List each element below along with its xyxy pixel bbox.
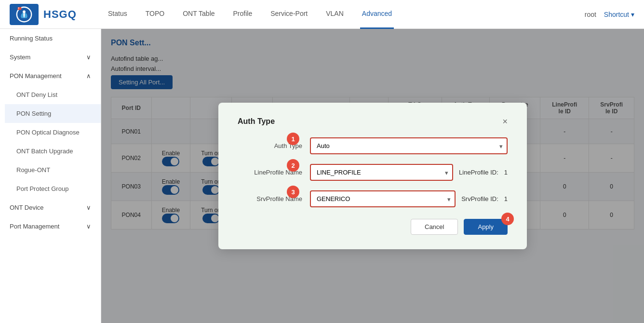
chevron-up-icon: ∧ (86, 72, 91, 80)
sidebar-pon-children: ONT Deny List PON Setting PON Optical Di… (0, 85, 101, 198)
auth-type-select[interactable]: Auto Manual (310, 137, 508, 154)
sidebar-group-system: System ∨ (0, 48, 101, 67)
logo-area: HSGQ (0, 4, 96, 25)
chevron-down-icon: ▾ (631, 11, 634, 18)
nav-service-port[interactable]: Service-Port (268, 0, 309, 29)
sidebar-port-management-header[interactable]: Port Management ∨ (0, 217, 101, 236)
sidebar-item-rogue-ont[interactable]: Rogue-ONT (5, 161, 101, 179)
step-badge-1: 1 (287, 133, 299, 145)
main-content: PON Sett... Autofind table ag... Autofin… (101, 29, 644, 323)
modal-close-button[interactable]: × (502, 117, 508, 126)
sidebar-group-port-management: Port Management ∨ (0, 217, 101, 236)
srv-profile-label: SrvProfile Name (238, 195, 310, 202)
nav-status[interactable]: Status (106, 0, 129, 29)
sidebar-item-pon-setting[interactable]: PON Setting (5, 104, 101, 123)
chevron-down-icon: ∨ (86, 204, 91, 211)
nav-ont-table[interactable]: ONT Table (181, 0, 216, 29)
sidebar-item-pon-optical-diagnose[interactable]: PON Optical Diagnose (5, 123, 101, 142)
step-badge-3: 3 (287, 186, 299, 198)
main-layout: Running Status System ∨ PON Management ∧… (0, 29, 644, 323)
sidebar-item-port-protect-group[interactable]: Port Protect Group (5, 179, 101, 198)
svg-rect-2 (18, 7, 22, 10)
srv-profile-id-value: 1 (504, 195, 508, 202)
logo-text: HSGQ (43, 8, 77, 21)
form-row-line-profile: LineProfile Name 2 LINE_PROFILE ▾ LinePr… (238, 164, 508, 181)
sidebar-pon-management-header[interactable]: PON Management ∧ (0, 67, 101, 85)
chevron-icon: ∨ (86, 54, 91, 61)
srv-profile-id-label: SrvProfile ID: (461, 195, 498, 202)
form-row-srv-profile: SrvProfile Name 3 GENERICO ▾ SrvProfile … (238, 190, 508, 207)
sidebar-group-ont-device: ONT Device ∨ (0, 198, 101, 217)
modal-title: Auth Type (238, 117, 275, 126)
svg-point-1 (23, 10, 26, 13)
srv-profile-control: 3 GENERICO ▾ (310, 190, 456, 207)
nav-shortcut[interactable]: Shortcut ▾ (604, 11, 634, 18)
svg-point-3 (18, 7, 19, 8)
apply-button[interactable]: Apply 4 (464, 219, 508, 235)
auth-type-label: Auth Type (238, 142, 310, 149)
nav-topo[interactable]: TOPO (144, 0, 166, 29)
sidebar-item-ont-batch-upgrade[interactable]: ONT Batch Upgrade (5, 142, 101, 161)
auth-type-control: 1 Auto Manual ▾ (310, 137, 508, 154)
modal-header: Auth Type × (238, 117, 508, 126)
line-profile-control: 2 LINE_PROFILE ▾ (310, 164, 453, 181)
nav-links: Status TOPO ONT Table Profile Service-Po… (96, 0, 575, 29)
line-profile-id-value: 1 (504, 169, 508, 176)
auth-type-modal: Auth Type × Auth Type 1 Auto Manual ▾ (218, 103, 527, 249)
form-row-auth-type: Auth Type 1 Auto Manual ▾ (238, 137, 508, 154)
modal-footer: Cancel Apply 4 (238, 219, 508, 235)
modal-overlay: Auth Type × Auth Type 1 Auto Manual ▾ (101, 29, 644, 323)
step-badge-2: 2 (287, 159, 299, 172)
chevron-down-icon: ∨ (86, 223, 91, 230)
nav-root[interactable]: root (585, 11, 596, 18)
top-navigation: HSGQ Status TOPO ONT Table Profile Servi… (0, 0, 644, 29)
logo-icon (10, 4, 39, 25)
sidebar-item-running-status[interactable]: Running Status (0, 29, 101, 48)
sidebar-ont-device-header[interactable]: ONT Device ∨ (0, 198, 101, 217)
step-badge-4: 4 (501, 213, 514, 225)
sidebar: Running Status System ∨ PON Management ∧… (0, 29, 101, 323)
nav-profile[interactable]: Profile (231, 0, 255, 29)
line-profile-id-label: LineProfile ID: (459, 169, 498, 176)
line-profile-label: LineProfile Name (238, 169, 310, 176)
sidebar-group-pon-management: PON Management ∧ ONT Deny List PON Setti… (0, 67, 101, 198)
line-profile-select[interactable]: LINE_PROFILE (310, 164, 453, 181)
nav-vlan[interactable]: VLAN (324, 0, 346, 29)
nav-right: root Shortcut ▾ (575, 11, 644, 18)
srv-profile-select[interactable]: GENERICO (310, 190, 456, 207)
sidebar-item-ont-deny-list[interactable]: ONT Deny List (5, 85, 101, 104)
sidebar-system-header[interactable]: System ∨ (0, 48, 101, 67)
nav-advanced[interactable]: Advanced (360, 0, 394, 29)
cancel-button[interactable]: Cancel (411, 219, 458, 235)
